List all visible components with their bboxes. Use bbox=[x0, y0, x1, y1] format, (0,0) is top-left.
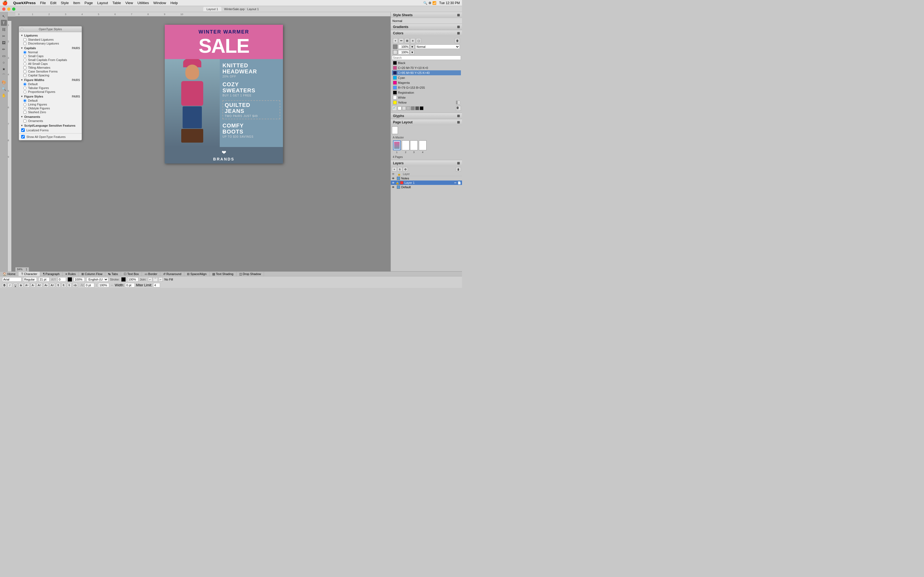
lock-layer1[interactable]: 🔒 bbox=[396, 181, 399, 184]
layers-header[interactable]: Layers ⊞ bbox=[391, 160, 462, 166]
small-caps-btn[interactable]: As bbox=[44, 283, 48, 287]
discretionary-ligatures-checkbox[interactable] bbox=[23, 42, 26, 45]
oldstyle-figures-radio[interactable] bbox=[23, 107, 26, 110]
size-input[interactable] bbox=[39, 277, 50, 282]
page-thumb-23[interactable]: 2 3 bbox=[402, 140, 418, 150]
tool-rect[interactable]: ▭ bbox=[1, 53, 7, 59]
tab-paragraph[interactable]: ¶ Paragraph bbox=[40, 272, 62, 276]
tool-zoom[interactable]: 🔍 bbox=[1, 86, 7, 92]
localized-forms-checkbox[interactable] bbox=[21, 128, 25, 132]
color-chip[interactable] bbox=[68, 277, 72, 282]
menu-view[interactable]: View bbox=[125, 1, 133, 5]
no-break-btn[interactable]: nb bbox=[73, 283, 78, 287]
colors-header[interactable]: Colors ⊞ bbox=[391, 30, 462, 36]
bold-btn[interactable]: B bbox=[2, 283, 6, 287]
tab-space-align[interactable]: ⊟ Space/Align bbox=[184, 272, 210, 276]
master-thumb[interactable] bbox=[392, 126, 398, 134]
page-layout-header[interactable]: Page Layout ⊞ bbox=[391, 119, 462, 125]
tab-drop-shadow[interactable]: ◫ Drop Shadow bbox=[236, 272, 264, 276]
case-sensitive-forms-checkbox[interactable] bbox=[23, 70, 26, 73]
ot-figure-widths-header[interactable]: ▼ Figure Widths PAIRS bbox=[19, 78, 82, 82]
tab-text-box[interactable]: ☐ Text Box bbox=[121, 272, 142, 276]
show-all-checkbox[interactable] bbox=[21, 135, 25, 139]
ot-script-language-header[interactable]: ▼ Script/Language Sensitive Features bbox=[19, 123, 82, 128]
color-row-registration[interactable]: Registration bbox=[392, 90, 461, 95]
join-miter-btn[interactable]: ⌐ bbox=[148, 277, 152, 282]
eye-layer1[interactable]: 👁 bbox=[392, 181, 395, 184]
page-thumb-2[interactable] bbox=[402, 140, 409, 150]
italic-btn[interactable]: I bbox=[8, 283, 12, 287]
color-row-magenta[interactable]: Magenta bbox=[392, 80, 461, 85]
all-caps-btn[interactable]: AC bbox=[37, 283, 42, 287]
join-round-btn[interactable]: ⌒ bbox=[153, 277, 158, 282]
tab-home[interactable]: 🏠 Home bbox=[0, 272, 18, 276]
gradients-expand[interactable]: ⊞ bbox=[457, 25, 460, 29]
layer-layer1[interactable]: 👁 🔒 Layer 1 ✏ 📄 bbox=[391, 181, 462, 185]
color-opacity-2[interactable] bbox=[398, 50, 409, 55]
page-thumb-3[interactable] bbox=[410, 140, 418, 150]
swatch-dgray[interactable] bbox=[415, 106, 419, 110]
swatch-lgray[interactable] bbox=[402, 106, 406, 110]
tool-text[interactable]: T bbox=[1, 20, 7, 26]
ot-section-ligatures-header[interactable]: ▼ Ligatures bbox=[19, 33, 82, 38]
style-input[interactable] bbox=[23, 277, 37, 282]
duplicate-layer-btn[interactable]: ⎘ bbox=[397, 167, 402, 171]
tab-character[interactable]: T Character bbox=[18, 272, 40, 276]
stroke-chip[interactable] bbox=[121, 277, 126, 282]
fw-default-radio[interactable] bbox=[23, 83, 26, 86]
glyphs-expand[interactable]: ⊞ bbox=[457, 114, 460, 118]
menu-file[interactable]: File bbox=[40, 1, 46, 5]
miter-input[interactable] bbox=[153, 283, 160, 287]
page-layout-expand[interactable]: ⊞ bbox=[457, 120, 460, 124]
color-opacity-1[interactable] bbox=[398, 45, 409, 49]
eye-default[interactable]: 👁 bbox=[392, 186, 395, 189]
superscript2-btn[interactable]: A2 bbox=[50, 283, 55, 287]
menu-help[interactable]: Help bbox=[171, 1, 178, 5]
layer-notes[interactable]: 👁 Notes bbox=[391, 176, 462, 181]
join-bevel-btn[interactable]: ⌐ bbox=[158, 277, 163, 282]
color-swatch-btn[interactable]: ◻ bbox=[416, 38, 421, 43]
tab-rules[interactable]: ≡ Rules bbox=[63, 272, 79, 276]
swatch-gray[interactable] bbox=[411, 106, 415, 110]
minimize-button[interactable] bbox=[7, 7, 10, 11]
font-input[interactable] bbox=[2, 277, 21, 282]
maximize-button[interactable] bbox=[12, 7, 15, 11]
color-row-black[interactable]: Black bbox=[392, 60, 461, 65]
colors-expand[interactable]: ⊞ bbox=[457, 31, 460, 35]
language-select[interactable]: English (US) bbox=[86, 277, 108, 282]
tool-star[interactable]: ★ bbox=[1, 66, 7, 72]
color-pct-input[interactable] bbox=[74, 277, 85, 282]
add-layer-btn[interactable]: + bbox=[392, 167, 397, 171]
ligature-ft1-btn[interactable]: ft bbox=[56, 283, 60, 287]
edit-color-btn[interactable]: ✏ bbox=[399, 38, 404, 43]
ornaments-checkbox[interactable] bbox=[23, 119, 26, 122]
color-search-input[interactable] bbox=[392, 55, 461, 60]
tool-arrow[interactable]: ↖ bbox=[1, 13, 7, 19]
indent-input[interactable] bbox=[85, 283, 94, 287]
layer-settings-btn[interactable]: ⚙ bbox=[403, 167, 408, 171]
menu-layout[interactable]: Layout bbox=[97, 1, 108, 5]
ligature-fi-btn[interactable]: fi bbox=[67, 283, 71, 287]
underline-btn[interactable]: U bbox=[13, 283, 18, 287]
page-thumb-4[interactable]: 4 bbox=[419, 140, 426, 150]
eye-notes[interactable]: 👁 bbox=[392, 177, 395, 180]
tab-column-flow[interactable]: ⊞ Column Flow bbox=[79, 272, 105, 276]
delete-layer-btn[interactable]: 🗑 bbox=[456, 167, 461, 171]
color-delete-btn[interactable]: 🗑 bbox=[456, 106, 461, 111]
tool-chain[interactable]: ⛓ bbox=[1, 26, 7, 32]
apple-menu[interactable]: 🍎 bbox=[2, 0, 8, 5]
fs-default-radio[interactable] bbox=[23, 99, 26, 102]
color-row-cyan[interactable]: Cyan bbox=[392, 75, 461, 80]
gradients-header[interactable]: Gradients ⊞ bbox=[391, 24, 462, 30]
standard-ligatures-checkbox[interactable] bbox=[23, 38, 26, 41]
style-sheets-expand[interactable]: ⊞ bbox=[457, 13, 460, 17]
color-row-white[interactable]: White bbox=[392, 95, 461, 100]
lining-figures-radio[interactable] bbox=[23, 103, 26, 106]
tool-color[interactable]: 🎨 bbox=[1, 79, 7, 85]
stroke-pct[interactable] bbox=[127, 277, 138, 282]
all-small-caps-radio[interactable] bbox=[23, 62, 26, 65]
opentype-close-btn[interactable] bbox=[21, 28, 23, 31]
menu-utilities[interactable]: Utilities bbox=[137, 1, 149, 5]
tab-text-shading[interactable]: ▤ Text Shading bbox=[210, 272, 236, 276]
slashed-zero-checkbox[interactable] bbox=[23, 111, 26, 114]
